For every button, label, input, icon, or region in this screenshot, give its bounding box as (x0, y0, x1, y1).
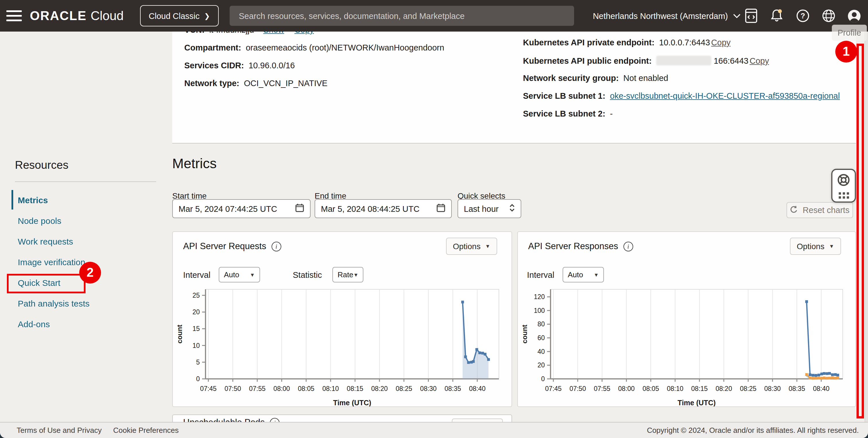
top-navigation-bar: ORACLE Cloud Cloud Classic ❯ Netherlands… (0, 0, 868, 32)
svg-text:08:30: 08:30 (420, 385, 437, 393)
statistic-select[interactable]: Rate▼ (332, 267, 363, 282)
region-selector[interactable]: Netherlands Northwest (Amsterdam) (593, 0, 741, 32)
svg-text:count: count (521, 324, 528, 343)
interval-label: Interval (527, 270, 554, 280)
dots-grid-icon[interactable] (838, 192, 849, 198)
sidebar-item-path-analysis-tests[interactable]: Path analysis tests (0, 293, 166, 313)
scrollbar-track[interactable] (865, 32, 868, 422)
quick-selects-value: Last hour (464, 204, 509, 213)
chart-card-api-server-responses: API Server Responses i Options▼ Interval… (517, 231, 856, 407)
detail-row: Kubernetes API private endpoint:10.0.0.7… (523, 38, 731, 47)
chart-plot-api-server-responses[interactable]: 02040608010012007:4507:5007:5508:0008:05… (518, 284, 857, 406)
svg-text:60: 60 (537, 334, 545, 342)
svg-text:20: 20 (192, 308, 200, 316)
calendar-icon[interactable] (436, 203, 445, 214)
copy-link[interactable]: Copy (711, 38, 731, 47)
svg-text:5: 5 (196, 358, 200, 366)
interval-select[interactable]: Auto▼ (563, 267, 604, 282)
profile-tooltip: Profile (832, 25, 867, 41)
svg-text:07:55: 07:55 (594, 385, 611, 393)
svg-text:?: ? (800, 11, 805, 20)
detail-label: Service LB subnet 1: (523, 91, 606, 100)
help-icon[interactable]: ? (796, 8, 809, 23)
info-icon[interactable]: i (271, 241, 281, 251)
dropdown-arrow-icon: ▼ (250, 272, 255, 278)
notifications-bell-icon[interactable] (770, 8, 784, 23)
detail-link[interactable]: oke-svclbsubnet-quick-IH-OKE-CLUSTER-af5… (610, 91, 840, 100)
support-widget[interactable] (831, 169, 856, 202)
svg-text:08:35: 08:35 (445, 385, 461, 393)
info-icon[interactable]: i (623, 241, 633, 251)
cookie-preferences-link[interactable]: Cookie Preferences (113, 426, 179, 435)
search-input[interactable] (238, 11, 566, 21)
chevron-right-icon: ❯ (204, 12, 210, 20)
annotation-step-1-line (857, 43, 864, 418)
detail-label: Kubernetes API private endpoint: (523, 38, 654, 47)
global-search[interactable] (229, 6, 574, 26)
cloud-classic-button[interactable]: Cloud Classic ❯ (140, 5, 218, 26)
svg-text:08:20: 08:20 (716, 385, 732, 393)
sidebar-item-label: Image verification (18, 257, 85, 267)
detail-row: Service LB subnet 2:- (523, 109, 613, 118)
quick-selects-select[interactable]: Last hour (458, 199, 521, 218)
svg-text:07:45: 07:45 (200, 385, 217, 393)
hamburger-menu-icon[interactable] (6, 10, 22, 21)
svg-text:08:30: 08:30 (764, 385, 781, 393)
sidebar-item-label: Quick Start (18, 278, 60, 287)
oracle-cloud-logo[interactable]: ORACLE Cloud (30, 0, 124, 32)
logo-cloud-text: Cloud (91, 8, 124, 23)
detail-value: Not enabled (623, 73, 668, 83)
end-time-value: Mar 5, 2024 08:44:25 UTC (321, 204, 436, 213)
options-button[interactable]: Options▼ (446, 238, 497, 255)
svg-text:07:50: 07:50 (569, 385, 586, 393)
refresh-icon (790, 205, 798, 215)
cloud-shell-icon[interactable] (744, 8, 758, 23)
statistic-value: Rate (338, 270, 353, 279)
sidebar-item-label: Path analysis tests (18, 298, 90, 308)
logo-oracle-text: ORACLE (30, 8, 87, 23)
detail-label: Kubernetes API public endpoint: (523, 56, 652, 65)
calendar-icon[interactable] (295, 203, 304, 214)
dropdown-arrow-icon: ▼ (353, 272, 359, 278)
options-label: Options (453, 242, 481, 251)
profile-avatar[interactable] (847, 8, 861, 23)
svg-text:Time (UTC): Time (UTC) (333, 399, 371, 406)
reset-charts-button[interactable]: Reset charts (786, 202, 853, 218)
chart-title-text: API Server Requests (183, 241, 266, 251)
end-time-input[interactable]: Mar 5, 2024 08:44:25 UTC (315, 199, 452, 218)
svg-text:80: 80 (537, 320, 545, 328)
detail-row: Service LB subnet 1:oke-svclbsubnet-quic… (523, 91, 840, 100)
svg-text:0: 0 (196, 375, 200, 383)
detail-value: 10.96.0.0/16 (249, 61, 295, 70)
sidebar-item-node-pools[interactable]: Node pools (0, 210, 166, 231)
copy-link[interactable]: Copy (749, 56, 769, 65)
svg-text:08:15: 08:15 (691, 385, 708, 393)
chart-plot-api-server-requests[interactable]: 051015202507:4507:5007:5508:0008:0508:10… (173, 284, 513, 406)
svg-text:08:40: 08:40 (813, 385, 830, 393)
cloud-classic-label: Cloud Classic (149, 11, 199, 20)
sidebar-item-add-ons[interactable]: Add-ons (0, 313, 166, 334)
language-globe-icon[interactable] (822, 8, 835, 23)
interval-value: Auto (224, 270, 239, 279)
sidebar-item-quick-start[interactable]: Quick Start (0, 272, 166, 293)
statistic-label: Statistic (293, 270, 322, 280)
sidebar-item-work-requests[interactable]: Work requests (0, 231, 166, 251)
options-button[interactable]: Options▼ (790, 238, 841, 255)
region-label: Netherlands Northwest (Amsterdam) (593, 11, 728, 20)
svg-text:07:45: 07:45 (545, 385, 562, 393)
svg-text:08:15: 08:15 (347, 385, 363, 393)
svg-text:08:40: 08:40 (469, 385, 486, 393)
sidebar-item-metrics[interactable]: Metrics (0, 189, 166, 210)
detail-value: 166:6443 (714, 56, 748, 65)
terms-link[interactable]: Terms of Use and Privacy (17, 426, 102, 435)
detail-label: Network security group: (523, 73, 619, 83)
copyright-text: Copyright © 2024, Oracle and/or its affi… (647, 426, 859, 435)
chart-title-text: API Server Responses (528, 241, 618, 251)
sidebar-item-image-verification[interactable]: Image verification (0, 251, 166, 272)
svg-text:0: 0 (541, 375, 545, 383)
interval-select[interactable]: Auto▼ (219, 267, 260, 282)
start-time-input[interactable]: Mar 5, 2024 07:44:25 UTC (172, 199, 311, 218)
start-time-value: Mar 5, 2024 07:44:25 UTC (179, 204, 295, 213)
divider (15, 181, 156, 182)
lifering-icon[interactable] (837, 173, 850, 189)
